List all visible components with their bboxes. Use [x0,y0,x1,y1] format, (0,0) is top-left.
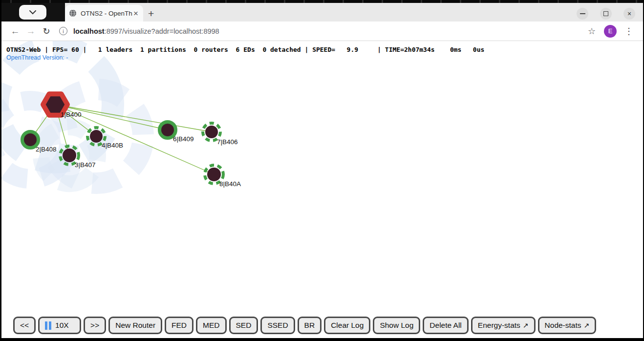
url-path: :8997/visualize?addr=localhost:8998 [105,27,219,35]
external-link-icon: ↗ [523,321,529,329]
node-8-b40a[interactable]: 8|B40A [205,165,241,188]
show-log-button[interactable]: Show Log [373,317,420,334]
energy-stats-label: Energy-stats [478,321,520,330]
node-7-b406[interactable]: 7|B406 [203,123,238,146]
add-sed-button[interactable]: SED [229,317,258,334]
address-bar[interactable]: i localhost:8997/visualize?addr=localhos… [59,23,584,39]
node-stats-button[interactable]: Node-stats ↗ [538,317,597,334]
globe-icon [69,9,77,17]
navigation-bar: ← → ↻ i localhost:8997/visualize?addr=lo… [1,21,643,41]
tab-otns2[interactable]: OTNS2 - OpenThread Ne × [65,5,143,21]
energy-stats-button[interactable]: Energy-stats ↗ [471,317,536,334]
tab-title: OTNS2 - OpenThread Ne [81,10,132,17]
site-info-icon[interactable]: i [59,27,67,35]
url-text: localhost:8997/visualize?addr=localhost:… [73,27,219,35]
delete-all-button[interactable]: Delete All [423,317,468,334]
pause-speed-button[interactable]: 10X [38,317,81,334]
browser-menu-icon[interactable]: ⋮ [622,24,636,39]
new-router-button[interactable]: New Router [108,317,162,334]
add-med-button[interactable]: MED [196,317,226,334]
window-controls: × [577,8,643,20]
speed-down-button[interactable]: << [13,317,36,334]
browser-window: OTNS2 - OpenThread Ne × + × ← → ↻ i loca… [0,0,644,341]
tab-bar: OTNS2 - OpenThread Ne × + × [1,3,643,21]
node-6-b409[interactable]: 6|B409 [160,122,194,143]
node-label: 2|B408 [36,146,57,153]
chevron-down-icon [29,10,36,15]
profile-avatar[interactable]: E [604,25,617,38]
window-close-button[interactable]: × [623,8,635,20]
maximize-icon [603,11,608,16]
reload-button[interactable]: ↻ [39,23,54,39]
forward-button[interactable]: → [23,23,39,39]
node-label: 8|B40A [219,180,241,188]
speed-label: 10X [55,321,69,330]
control-toolbar: << 10X >> New Router FED MED SED SSED BR… [13,317,596,334]
add-fed-button[interactable]: FED [165,317,193,334]
otns-visualizer-page: OTNS2-Web | FPS= 60 | 1 leaders 1 partit… [1,41,643,338]
node-4-b40b[interactable]: 4|B40B [87,128,123,149]
node-label: 1|B400 [61,111,82,118]
simulation-status: OTNS2-Web | FPS= 60 | 1 leaders 1 partit… [6,46,643,53]
tab-search-button[interactable] [19,5,46,20]
node-stats-label: Node-stats [545,321,581,330]
bookmark-star-icon[interactable]: ☆ [584,24,599,39]
node-label: 7|B406 [217,138,238,146]
node-label: 3|B407 [75,161,96,169]
tab-close-icon[interactable]: × [132,9,139,18]
openthread-version: OpenThread Version: - [6,54,643,61]
node-label: 6|B409 [173,135,194,143]
url-host: localhost [73,27,105,35]
node-label: 4|B40B [102,142,123,149]
minimize-button[interactable] [577,8,588,20]
speed-up-button[interactable]: >> [84,317,106,334]
new-tab-button[interactable]: + [148,8,154,19]
add-br-button[interactable]: BR [298,317,322,334]
network-canvas: 1|B400 2|B408 3|B407 4|B40B 6|B409 [1,41,643,338]
pause-icon [45,321,51,330]
external-link-icon: ↗ [584,321,590,329]
add-ssed-button[interactable]: SSED [260,317,295,334]
minimize-icon [580,13,585,14]
back-button[interactable]: ← [7,23,23,39]
maximize-button[interactable] [600,8,612,20]
clear-log-button[interactable]: Clear Log [324,317,370,334]
